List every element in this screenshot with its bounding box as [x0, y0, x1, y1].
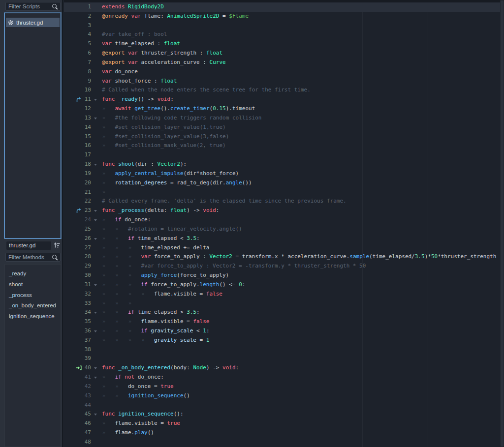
code-line[interactable]: 44	[64, 401, 500, 410]
code-editor[interactable]: 1extends RigidBody2D2@onready var flame:…	[64, 0, 504, 447]
line-number: 29	[64, 262, 91, 271]
code-line[interactable]: 1extends RigidBody2D	[64, 2, 500, 12]
code-line[interactable]: 38	[64, 345, 500, 355]
code-line[interactable]: 21»	[64, 188, 500, 197]
code-line[interactable]: 28»»»var force_to_apply : Vector2 = tran…	[64, 252, 500, 262]
tab-indent-marker: »	[102, 243, 115, 253]
code-line[interactable]: 25»»#rotation = linear_velocity.angle()	[64, 225, 500, 234]
vertical-scrollbar[interactable]	[500, 0, 504, 447]
filter-methods-input[interactable]	[6, 254, 52, 260]
fold-gutter	[91, 58, 101, 67]
code-line[interactable]: 4#var take_off : bool	[64, 30, 500, 39]
fold-arrow-icon[interactable]	[94, 414, 97, 416]
code-line[interactable]: 10# Called when the node enters the scen…	[64, 86, 500, 95]
fold-arrow-icon[interactable]	[94, 219, 97, 221]
fold-gutter	[91, 317, 101, 327]
tab-indent-marker: »	[128, 271, 141, 280]
line-number: 2	[64, 12, 91, 21]
code-line[interactable]: 48	[64, 438, 500, 447]
code-line[interactable]: 6@export var thruster_strength : float	[64, 49, 500, 58]
fold-arrow-icon[interactable]	[94, 312, 97, 314]
fold-arrow-icon[interactable]	[94, 377, 97, 379]
code-line[interactable]: 47»flame.play()	[64, 428, 500, 438]
code-line[interactable]: 29»»»#var force_to_apply : Vector2 = -tr…	[64, 262, 500, 271]
tab-indent-marker: »	[102, 382, 115, 391]
filter-scripts-input[interactable]	[6, 3, 52, 9]
code-line[interactable]: 14»#set_collision_layer_value(1,true)	[64, 123, 500, 132]
code-line[interactable]: 31»»»if force_to_apply.length() <= 0:	[64, 280, 500, 290]
code-line[interactable]: 24»if do_once:	[64, 215, 500, 225]
code-line[interactable]: 16»#set_collision_mask_value(2, true)	[64, 141, 500, 150]
fold-arrow-icon[interactable]	[94, 99, 97, 101]
code-line[interactable]: 39	[64, 354, 500, 363]
code-line[interactable]: 32»»»»flame.visible = false	[64, 290, 500, 299]
methods-list: _readyshoot_process_on_body_enteredignit…	[4, 264, 61, 447]
code-text: »if not do_once:	[101, 373, 500, 382]
code-line[interactable]: 7@export var acceleration_curve : Curve	[64, 58, 500, 67]
fold-arrow-icon[interactable]	[94, 367, 97, 369]
code-text: »»if time_elapsed > 3.5:	[101, 308, 500, 317]
code-line[interactable]: 18func shoot(dir : Vector2):	[64, 160, 500, 169]
sort-methods-button[interactable]	[52, 241, 62, 250]
current-script-field[interactable]: thruster.gd	[6, 241, 51, 250]
line-number: 31	[64, 280, 91, 290]
method-item[interactable]: _on_body_entered	[5, 300, 61, 311]
code-line[interactable]: 12»await get_tree().create_timer(0.15).t…	[64, 104, 500, 114]
line-number: 45	[64, 410, 91, 419]
code-line[interactable]: 8var do_once	[64, 67, 500, 77]
code-line[interactable]: 5var time_elapsed : float	[64, 39, 500, 49]
code-line[interactable]: 20»rotation_degrees = rad_to_deg(dir.ang…	[64, 179, 500, 188]
code-line[interactable]: 35»»»flame.visible = false	[64, 317, 500, 327]
code-line[interactable]: 11func _ready() -> void:	[64, 95, 500, 104]
code-text: var do_once	[101, 67, 500, 77]
line-number: 15	[64, 132, 91, 142]
method-item[interactable]: _ready	[5, 268, 61, 279]
scrollbar-handle[interactable]	[501, 0, 504, 447]
line-number: 32	[64, 290, 91, 299]
code-line[interactable]: 9var shoot_force : float	[64, 77, 500, 86]
code-line[interactable]: 19»apply_central_impulse(dir*shoot_force…	[64, 169, 500, 179]
script-item-label: thruster.gd	[16, 20, 43, 26]
code-line[interactable]: 37»»»»gravity_scale = 1	[64, 336, 500, 345]
code-line[interactable]: 15»#set_collision_layer_value(3,false)	[64, 132, 500, 142]
fold-arrow-icon[interactable]	[94, 164, 97, 166]
code-line[interactable]: 2@onready var flame: AnimatedSprite2D = …	[64, 12, 500, 21]
code-line[interactable]: 22# Called every frame. 'delta' is the e…	[64, 197, 500, 206]
code-line[interactable]: 34»»if time_elapsed > 3.5:	[64, 308, 500, 317]
method-item[interactable]: ignition_sequence	[5, 311, 61, 322]
method-item[interactable]: shoot	[5, 279, 61, 290]
code-line[interactable]: 23func _process(delta: float) -> void:	[64, 206, 500, 215]
fold-arrow-icon[interactable]	[94, 238, 97, 240]
fold-arrow-icon[interactable]	[94, 118, 97, 119]
line-number: 26	[64, 234, 91, 243]
fold-arrow-icon[interactable]	[94, 210, 97, 212]
tab-indent-marker: »	[115, 234, 127, 243]
code-line[interactable]: 45func ignition_sequence():	[64, 410, 500, 419]
code-line[interactable]: 17	[64, 150, 500, 160]
code-line[interactable]: 41»if not do_once:	[64, 373, 500, 382]
fold-arrow-icon[interactable]	[94, 330, 97, 332]
fold-arrow-icon[interactable]	[94, 284, 97, 286]
code-line[interactable]: 46»flame.visible = true	[64, 419, 500, 428]
code-line[interactable]: 30»»»apply_force(force_to_apply)	[64, 271, 500, 280]
code-text: @onready var flame: AnimatedSprite2D = $…	[101, 12, 500, 21]
line-number: 13	[64, 114, 91, 123]
fold-gutter	[91, 336, 101, 345]
line-number: 19	[64, 169, 91, 179]
code-line[interactable]: 3	[64, 21, 500, 30]
code-line[interactable]: 40func _on_body_entered(body: Node) -> v…	[64, 363, 500, 373]
code-text: »»»»flame.visible = false	[101, 290, 500, 299]
scripts-sidebar: thruster.gd thruster.gd _readyshoot_proc…	[0, 0, 63, 447]
code-line[interactable]: 43»»ignition_sequence()	[64, 391, 500, 401]
script-item-thruster[interactable]: thruster.gd	[6, 18, 60, 27]
code-text: »»»if force_to_apply.length() <= 0:	[101, 280, 500, 290]
code-line[interactable]: 27»»»time_elapsed += delta	[64, 243, 500, 253]
code-line[interactable]: 13»#the following code triggers random c…	[64, 114, 500, 123]
fold-gutter	[91, 363, 101, 373]
code-line[interactable]: 36»»»if gravity_scale < 1:	[64, 327, 500, 336]
code-line[interactable]: 26»»if time_elapsed < 3.5:	[64, 234, 500, 243]
code-line[interactable]: 42»»do_once = true	[64, 382, 500, 391]
tab-indent-marker: »	[128, 280, 141, 290]
code-line[interactable]: 33»»»	[64, 299, 500, 308]
method-item[interactable]: _process	[5, 290, 61, 301]
